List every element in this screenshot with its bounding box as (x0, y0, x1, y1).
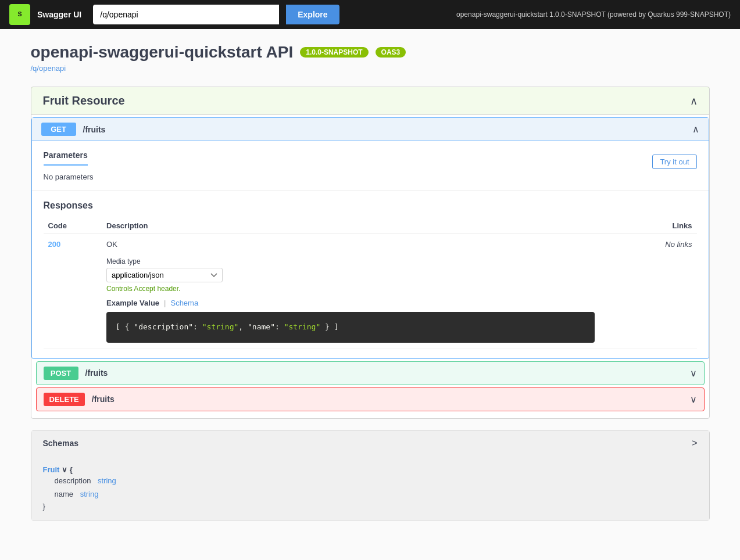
schemas-header[interactable]: Schemas > (31, 431, 709, 455)
get-fruits-path: /fruits (83, 125, 692, 134)
response-200-description: OK Media type application/json Controls … (102, 234, 621, 349)
oas3-badge: OAS3 (376, 47, 406, 58)
get-fruits-chevron-icon: ∧ (692, 124, 699, 135)
get-fruits-expanded: GET /fruits ∧ Parameters Try it out No p… (31, 117, 709, 359)
get-fruits-title-row: GET /fruits (41, 123, 692, 136)
response-200-code: 200 (44, 234, 102, 349)
fruit-open-brace: { (70, 465, 73, 474)
no-links-text: No links (665, 240, 692, 249)
no-params-text: No parameters (44, 173, 697, 181)
version-info: openapi-swaggerui-quickstart 1.0.0-SNAPS… (456, 10, 731, 19)
schema-name: Fruit ∨ { (43, 465, 73, 474)
section-chevron-up-icon: ∧ (690, 95, 698, 107)
schema-field-name-row: name string (55, 487, 698, 501)
delete-fruits-path: /fruits (92, 394, 690, 404)
response-200-links: No links (621, 234, 696, 349)
fruit-resource-title: Fruit Resource (43, 94, 125, 107)
schema-field-description: description string (55, 474, 698, 487)
media-type-label: Media type (106, 257, 617, 265)
delete-fruits-chevron-icon: ∨ (690, 394, 697, 405)
description-field-name: description (55, 476, 91, 485)
name-field-name: name (55, 490, 74, 498)
api-url-link[interactable]: /q/openapi (31, 64, 710, 73)
example-tabs: Example Value | Schema (106, 299, 617, 307)
get-method-badge: GET (41, 123, 76, 136)
api-title: openapi-swaggerui-quickstart API (31, 43, 294, 62)
name-field-type: string (80, 490, 99, 498)
tab-separator: | (164, 299, 166, 307)
svg-text:S: S (17, 10, 22, 17)
controls-accept-text: Controls Accept header. (106, 285, 617, 293)
parameters-title: Parameters (44, 150, 88, 166)
fruit-resource-header[interactable]: Fruit Resource ∧ (31, 87, 709, 115)
get-fruits-header[interactable]: GET /fruits ∧ (32, 118, 709, 141)
description-header: Description (102, 218, 621, 234)
fruit-name-link[interactable]: Fruit (43, 465, 60, 474)
swagger-logo: S (9, 4, 30, 25)
schemas-chevron-icon: > (692, 438, 697, 448)
api-title-row: openapi-swaggerui-quickstart API 1.0.0-S… (31, 43, 710, 62)
responses-section: Responses Code Description Links 200 (32, 191, 709, 358)
navbar: S Swagger UI Explore openapi-swaggerui-q… (0, 0, 740, 29)
post-fruits-row[interactable]: POST /fruits ∨ (36, 361, 705, 385)
description-field-type: string (98, 476, 116, 485)
delete-fruits-row[interactable]: DELETE /fruits ∨ (36, 387, 705, 411)
navbar-brand: Swagger UI (37, 10, 81, 19)
parameters-section: Parameters Try it out No parameters (32, 141, 709, 191)
responses-title: Responses (44, 200, 697, 211)
post-method-badge: POST (44, 367, 78, 380)
api-url-input[interactable] (93, 5, 279, 24)
fruit-toggle[interactable]: ∨ (62, 465, 70, 474)
fruit-close-brace: } (43, 502, 45, 511)
schema-tab[interactable]: Schema (170, 299, 198, 307)
code-header: Code (44, 218, 102, 234)
snapshot-badge: 1.0.0-SNAPSHOT (300, 47, 368, 58)
links-header: Links (621, 218, 696, 234)
response-ok-text: OK (106, 240, 117, 249)
code-example-block: [ { "description": "string", "name": "st… (106, 312, 595, 343)
schemas-section: Schemas > Fruit ∨ { description string n… (31, 430, 710, 520)
main-content: openapi-swaggerui-quickstart API 1.0.0-S… (22, 29, 719, 546)
table-row: 200 OK Media type application/json Contr… (44, 234, 697, 349)
post-fruits-chevron-icon: ∨ (690, 368, 697, 379)
schemas-title: Schemas (43, 439, 78, 448)
fruit-fields: description string name string (55, 474, 698, 501)
media-type-select[interactable]: application/json (106, 268, 223, 282)
explore-button[interactable]: Explore (286, 5, 339, 24)
fruit-resource-section: Fruit Resource ∧ GET /fruits ∧ Parameter… (31, 87, 710, 419)
delete-method-badge: DELETE (44, 393, 85, 406)
fruit-schema: Fruit ∨ { description string name string… (43, 465, 698, 511)
example-value-tab[interactable]: Example Value (106, 299, 159, 307)
responses-table: Code Description Links 200 OK Media type (44, 218, 697, 349)
post-fruits-path: /fruits (85, 368, 690, 378)
schemas-body: Fruit ∨ { description string name string… (31, 455, 709, 520)
try-it-out-button[interactable]: Try it out (652, 155, 696, 169)
